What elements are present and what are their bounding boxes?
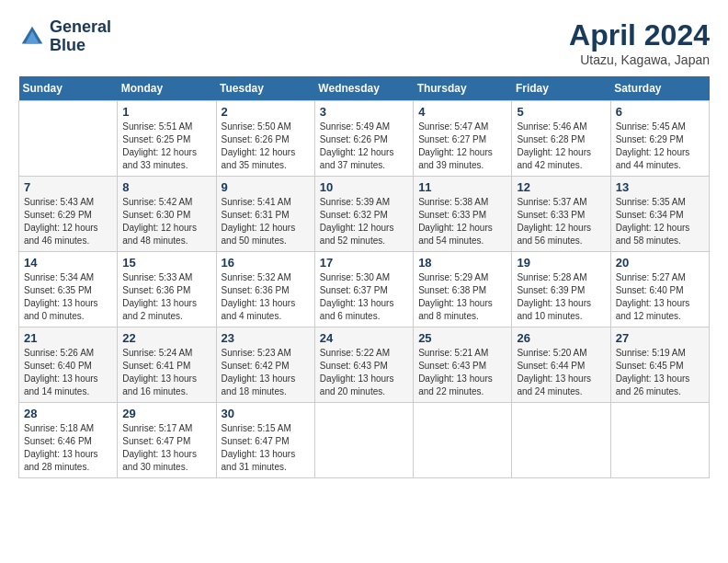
calendar-cell bbox=[314, 403, 413, 478]
calendar-week-4: 21Sunrise: 5:26 AMSunset: 6:40 PMDayligh… bbox=[19, 327, 710, 403]
day-info: Sunrise: 5:24 AMSunset: 6:41 PMDaylight:… bbox=[122, 347, 210, 398]
calendar-cell: 12Sunrise: 5:37 AMSunset: 6:33 PMDayligh… bbox=[512, 177, 610, 252]
weekday-header-thursday: Thursday bbox=[414, 76, 512, 101]
calendar-header: SundayMondayTuesdayWednesdayThursdayFrid… bbox=[19, 76, 710, 101]
calendar-cell bbox=[19, 101, 118, 177]
calendar-cell: 25Sunrise: 5:21 AMSunset: 6:43 PMDayligh… bbox=[414, 327, 512, 403]
day-info: Sunrise: 5:46 AMSunset: 6:28 PMDaylight:… bbox=[517, 121, 605, 172]
calendar-body: 1Sunrise: 5:51 AMSunset: 6:25 PMDaylight… bbox=[19, 101, 710, 478]
calendar-cell bbox=[414, 403, 512, 478]
day-number: 26 bbox=[517, 331, 605, 345]
title-block: April 2024 Utazu, Kagawa, Japan bbox=[569, 18, 710, 67]
day-info: Sunrise: 5:35 AMSunset: 6:34 PMDaylight:… bbox=[616, 196, 704, 247]
day-number: 16 bbox=[222, 256, 310, 270]
calendar-cell: 10Sunrise: 5:39 AMSunset: 6:32 PMDayligh… bbox=[314, 177, 413, 252]
day-number: 12 bbox=[517, 180, 605, 194]
day-number: 5 bbox=[517, 105, 605, 119]
calendar-cell: 4Sunrise: 5:47 AMSunset: 6:27 PMDaylight… bbox=[414, 101, 512, 177]
calendar-cell: 1Sunrise: 5:51 AMSunset: 6:25 PMDaylight… bbox=[118, 101, 216, 177]
day-number: 15 bbox=[122, 256, 210, 270]
calendar-cell: 6Sunrise: 5:45 AMSunset: 6:29 PMDaylight… bbox=[610, 101, 709, 177]
day-info: Sunrise: 5:33 AMSunset: 6:36 PMDaylight:… bbox=[122, 271, 210, 323]
day-number: 27 bbox=[616, 331, 704, 345]
calendar-cell: 2Sunrise: 5:50 AMSunset: 6:26 PMDaylight… bbox=[216, 101, 314, 177]
day-info: Sunrise: 5:17 AMSunset: 6:47 PMDaylight:… bbox=[122, 422, 210, 474]
calendar-cell: 23Sunrise: 5:23 AMSunset: 6:42 PMDayligh… bbox=[216, 327, 314, 403]
calendar-cell bbox=[610, 403, 709, 478]
day-info: Sunrise: 5:37 AMSunset: 6:33 PMDaylight:… bbox=[517, 196, 605, 247]
day-info: Sunrise: 5:15 AMSunset: 6:47 PMDaylight:… bbox=[222, 422, 310, 474]
day-number: 4 bbox=[418, 105, 506, 119]
day-info: Sunrise: 5:27 AMSunset: 6:40 PMDaylight:… bbox=[616, 271, 704, 323]
day-info: Sunrise: 5:20 AMSunset: 6:44 PMDaylight:… bbox=[517, 347, 605, 398]
weekday-header-row: SundayMondayTuesdayWednesdayThursdayFrid… bbox=[19, 76, 710, 101]
day-number: 29 bbox=[122, 407, 210, 420]
day-info: Sunrise: 5:38 AMSunset: 6:33 PMDaylight:… bbox=[418, 196, 506, 247]
calendar-cell: 27Sunrise: 5:19 AMSunset: 6:45 PMDayligh… bbox=[610, 327, 709, 403]
day-number: 21 bbox=[24, 331, 112, 345]
calendar-cell: 30Sunrise: 5:15 AMSunset: 6:47 PMDayligh… bbox=[216, 403, 314, 478]
day-info: Sunrise: 5:32 AMSunset: 6:36 PMDaylight:… bbox=[222, 271, 310, 323]
calendar-cell: 15Sunrise: 5:33 AMSunset: 6:36 PMDayligh… bbox=[118, 252, 216, 327]
calendar-cell: 3Sunrise: 5:49 AMSunset: 6:26 PMDaylight… bbox=[314, 101, 413, 177]
logo: General Blue bbox=[18, 18, 111, 55]
day-info: Sunrise: 5:26 AMSunset: 6:40 PMDaylight:… bbox=[24, 347, 112, 398]
day-info: Sunrise: 5:19 AMSunset: 6:45 PMDaylight:… bbox=[616, 347, 704, 398]
calendar-cell: 21Sunrise: 5:26 AMSunset: 6:40 PMDayligh… bbox=[19, 327, 118, 403]
calendar-cell: 16Sunrise: 5:32 AMSunset: 6:36 PMDayligh… bbox=[216, 252, 314, 327]
calendar-cell: 8Sunrise: 5:42 AMSunset: 6:30 PMDaylight… bbox=[118, 177, 216, 252]
day-number: 3 bbox=[320, 105, 408, 119]
day-number: 13 bbox=[616, 180, 704, 194]
day-info: Sunrise: 5:51 AMSunset: 6:25 PMDaylight:… bbox=[122, 121, 210, 172]
calendar-cell: 24Sunrise: 5:22 AMSunset: 6:43 PMDayligh… bbox=[314, 327, 413, 403]
day-info: Sunrise: 5:18 AMSunset: 6:46 PMDaylight:… bbox=[24, 422, 112, 474]
day-info: Sunrise: 5:23 AMSunset: 6:42 PMDaylight:… bbox=[222, 347, 310, 398]
weekday-header-friday: Friday bbox=[512, 76, 610, 101]
logo-icon bbox=[18, 23, 46, 51]
calendar-table: SundayMondayTuesdayWednesdayThursdayFrid… bbox=[18, 76, 710, 478]
main-title: April 2024 bbox=[569, 18, 710, 52]
weekday-header-wednesday: Wednesday bbox=[314, 76, 413, 101]
day-number: 17 bbox=[320, 256, 408, 270]
weekday-header-monday: Monday bbox=[118, 76, 216, 101]
calendar-week-1: 1Sunrise: 5:51 AMSunset: 6:25 PMDaylight… bbox=[19, 101, 710, 177]
day-number: 30 bbox=[222, 407, 310, 420]
weekday-header-saturday: Saturday bbox=[610, 76, 709, 101]
day-info: Sunrise: 5:30 AMSunset: 6:37 PMDaylight:… bbox=[320, 271, 408, 323]
calendar-cell: 11Sunrise: 5:38 AMSunset: 6:33 PMDayligh… bbox=[414, 177, 512, 252]
day-number: 1 bbox=[122, 105, 210, 119]
day-info: Sunrise: 5:41 AMSunset: 6:31 PMDaylight:… bbox=[222, 196, 310, 247]
calendar-week-3: 14Sunrise: 5:34 AMSunset: 6:35 PMDayligh… bbox=[19, 252, 710, 327]
subtitle: Utazu, Kagawa, Japan bbox=[569, 52, 710, 67]
calendar-week-2: 7Sunrise: 5:43 AMSunset: 6:29 PMDaylight… bbox=[19, 177, 710, 252]
day-number: 19 bbox=[517, 256, 605, 270]
day-info: Sunrise: 5:42 AMSunset: 6:30 PMDaylight:… bbox=[122, 196, 210, 247]
day-number: 24 bbox=[320, 331, 408, 345]
calendar-week-5: 28Sunrise: 5:18 AMSunset: 6:46 PMDayligh… bbox=[19, 403, 710, 478]
calendar-cell: 26Sunrise: 5:20 AMSunset: 6:44 PMDayligh… bbox=[512, 327, 610, 403]
calendar-cell: 18Sunrise: 5:29 AMSunset: 6:38 PMDayligh… bbox=[414, 252, 512, 327]
calendar-cell: 17Sunrise: 5:30 AMSunset: 6:37 PMDayligh… bbox=[314, 252, 413, 327]
calendar-cell: 20Sunrise: 5:27 AMSunset: 6:40 PMDayligh… bbox=[610, 252, 709, 327]
day-number: 14 bbox=[24, 256, 112, 270]
day-info: Sunrise: 5:49 AMSunset: 6:26 PMDaylight:… bbox=[320, 121, 408, 172]
day-info: Sunrise: 5:28 AMSunset: 6:39 PMDaylight:… bbox=[517, 271, 605, 323]
day-number: 11 bbox=[418, 180, 506, 194]
day-number: 20 bbox=[616, 256, 704, 270]
day-number: 7 bbox=[24, 180, 112, 194]
calendar-cell: 28Sunrise: 5:18 AMSunset: 6:46 PMDayligh… bbox=[19, 403, 118, 478]
day-number: 8 bbox=[122, 180, 210, 194]
logo-text: General Blue bbox=[50, 18, 111, 55]
calendar-cell bbox=[512, 403, 610, 478]
day-info: Sunrise: 5:43 AMSunset: 6:29 PMDaylight:… bbox=[24, 196, 112, 247]
day-number: 10 bbox=[320, 180, 408, 194]
calendar-cell: 13Sunrise: 5:35 AMSunset: 6:34 PMDayligh… bbox=[610, 177, 709, 252]
day-info: Sunrise: 5:21 AMSunset: 6:43 PMDaylight:… bbox=[418, 347, 506, 398]
calendar-cell: 7Sunrise: 5:43 AMSunset: 6:29 PMDaylight… bbox=[19, 177, 118, 252]
calendar-cell: 19Sunrise: 5:28 AMSunset: 6:39 PMDayligh… bbox=[512, 252, 610, 327]
day-number: 18 bbox=[418, 256, 506, 270]
page-header: General Blue April 2024 Utazu, Kagawa, J… bbox=[18, 18, 710, 67]
day-number: 2 bbox=[222, 105, 310, 119]
day-number: 9 bbox=[222, 180, 310, 194]
day-number: 28 bbox=[24, 407, 112, 420]
